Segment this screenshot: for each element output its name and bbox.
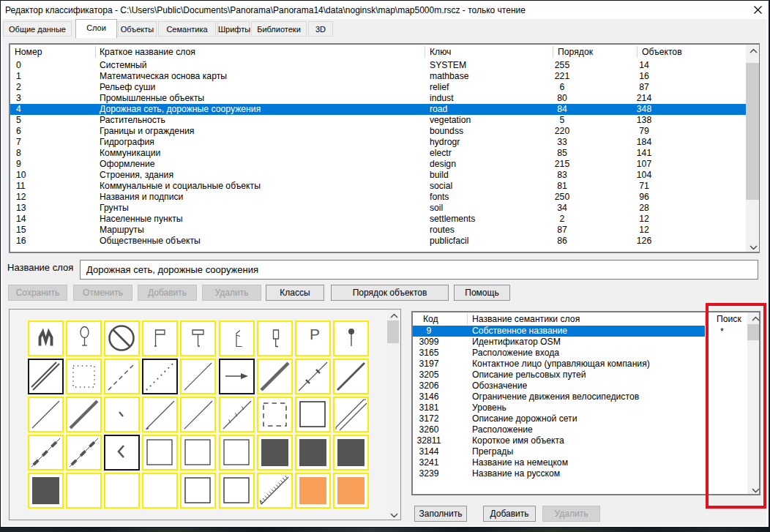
svg-text:P: P [310, 326, 320, 342]
